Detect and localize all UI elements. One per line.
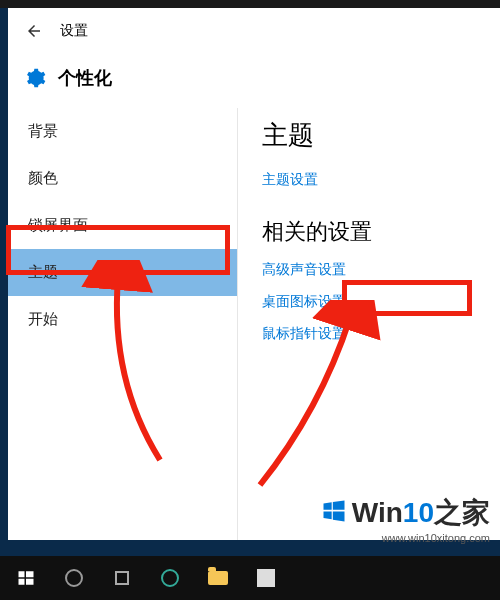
header: 设置 (8, 8, 500, 54)
gear-icon (24, 67, 46, 89)
svg-rect-0 (19, 571, 25, 577)
header-title: 设置 (60, 22, 88, 40)
arrow-left-icon (25, 22, 43, 40)
edge-icon (161, 569, 179, 587)
start-button[interactable] (2, 556, 50, 600)
sidebar: 背景 颜色 锁屏界面 主题 开始 (8, 108, 238, 540)
windows-start-icon (17, 569, 35, 587)
windows-logo-icon (320, 497, 348, 532)
cortana-button[interactable] (50, 556, 98, 600)
store-button[interactable] (242, 556, 290, 600)
sidebar-item-background[interactable]: 背景 (8, 108, 237, 155)
content-pane: 主题 主题设置 相关的设置 高级声音设置 桌面图标设置 鼠标指针设置 (238, 108, 500, 540)
edge-button[interactable] (146, 556, 194, 600)
task-view-button[interactable] (98, 556, 146, 600)
watermark: Win10之家 www.win10xitong.com (320, 494, 490, 544)
taskbar (0, 556, 500, 600)
store-icon (257, 569, 275, 587)
link-advanced-sound[interactable]: 高级声音设置 (262, 261, 476, 279)
back-button[interactable] (12, 9, 56, 53)
link-mouse-pointer[interactable]: 鼠标指针设置 (262, 325, 476, 343)
section-title-related: 相关的设置 (262, 217, 476, 247)
watermark-url: www.win10xitong.com (320, 532, 490, 544)
category-header: 个性化 (8, 54, 500, 108)
sidebar-item-colors[interactable]: 颜色 (8, 155, 237, 202)
section-title-themes: 主题 (262, 118, 476, 153)
svg-rect-2 (19, 579, 25, 585)
explorer-button[interactable] (194, 556, 242, 600)
category-title: 个性化 (58, 66, 112, 90)
sidebar-item-lockscreen[interactable]: 锁屏界面 (8, 202, 237, 249)
cortana-icon (65, 569, 83, 587)
sidebar-item-start[interactable]: 开始 (8, 296, 237, 343)
svg-rect-3 (26, 579, 34, 585)
link-desktop-icons[interactable]: 桌面图标设置 (262, 293, 476, 311)
task-view-icon (115, 571, 129, 585)
folder-icon (208, 571, 228, 585)
settings-window: 设置 个性化 背景 颜色 锁屏界面 主题 开始 主题 主题设置 相关的设置 高级… (8, 8, 500, 540)
sidebar-item-themes[interactable]: 主题 (8, 249, 237, 296)
svg-rect-1 (26, 571, 34, 577)
link-theme-settings[interactable]: 主题设置 (262, 171, 476, 189)
